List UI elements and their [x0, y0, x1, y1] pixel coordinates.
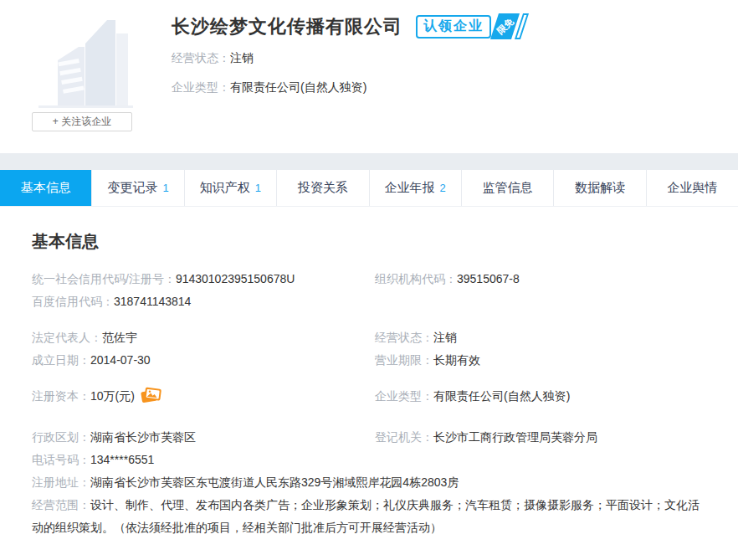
field-label: 法定代表人： — [32, 331, 102, 344]
field-label: 统一社会信用代码/注册号： — [32, 272, 176, 285]
tab-label: 企业年报 — [385, 180, 435, 196]
field-value: 长沙市工商行政管理局芙蓉分局 — [433, 430, 597, 444]
type-value: 有限责任公司(自然人独资) — [230, 80, 366, 94]
field-value: 注销 — [433, 331, 457, 344]
field-label: 注册地址： — [32, 475, 90, 489]
field-label: 成立日期： — [32, 353, 90, 367]
tab-public-opinion[interactable]: 企业舆情 — [646, 170, 738, 206]
field-value: 长期有效 — [433, 353, 480, 367]
field-value: 134****6551 — [90, 453, 154, 466]
field-value: 10万(元) — [90, 389, 135, 403]
company-header: + 关注该企业 长沙绘梦文化传播有限公司 认领企业 限免 经营状态：注销 企业类… — [0, 0, 738, 153]
field-label: 营业期限： — [375, 353, 433, 367]
field-value: 湖南省长沙市芙蓉区 — [90, 430, 196, 444]
info-row: 电话号码：134****6551 — [32, 449, 706, 471]
tab-annual-reports[interactable]: 企业年报 2 — [369, 170, 461, 206]
tab-data-interpretation[interactable]: 数据解读 — [553, 170, 645, 206]
field-label: 登记机关： — [375, 430, 433, 444]
field-value: 39515067-8 — [457, 272, 520, 285]
info-group-registration: 行政区划：湖南省长沙市芙蓉区 登记机关：长沙市工商行政管理局芙蓉分局 电话号码：… — [32, 426, 706, 539]
tab-bar: 基本信息 变更记录 1 知识产权 1 投资关系 企业年报 2 监管信息 数据解读… — [0, 170, 738, 207]
status-label: 经营状态： — [172, 51, 230, 64]
info-row: 行政区划：湖南省长沙市芙蓉区 登记机关：长沙市工商行政管理局芙蓉分局 — [32, 426, 706, 449]
header-status-row: 经营状态：注销 — [172, 47, 525, 69]
info-group-capital: 注册资本：10万(元) 企业类型：有限责任公司(自然人独资) — [32, 385, 706, 413]
info-row: 百度信用代码：318741143814 — [32, 290, 706, 313]
field-label: 经营范围： — [32, 498, 90, 511]
info-row: 注册资本：10万(元) 企业类型：有限责任公司(自然人独资) — [32, 385, 706, 413]
info-row: 统一社会信用代码/注册号：91430102395150678U 组织机构代码：3… — [32, 268, 706, 290]
tab-label: 基本信息 — [21, 180, 71, 196]
tab-label: 数据解读 — [575, 180, 625, 196]
info-row: 成立日期：2014-07-30 营业期限：长期有效 — [32, 349, 706, 372]
tab-label: 企业舆情 — [667, 180, 717, 196]
tab-label: 知识产权 — [200, 180, 250, 196]
tab-investment-relations[interactable]: 投资关系 — [276, 170, 368, 206]
field-value: 设计、制作、代理、发布国内各类广告；企业形象策划；礼仪庆典服务；汽车租赁；摄像摄… — [32, 498, 700, 534]
info-group-codes: 统一社会信用代码/注册号：91430102395150678U 组织机构代码：3… — [32, 268, 706, 313]
company-summary: 长沙绘梦文化传播有限公司 认领企业 限免 经营状态：注销 企业类型：有限责任公司… — [172, 13, 525, 98]
field-value: 91430102395150678U — [176, 272, 295, 285]
field-label: 企业类型： — [375, 389, 433, 403]
field-value: 2014-07-30 — [90, 353, 151, 367]
claim-badge-label: 认领企业 — [416, 15, 491, 39]
type-label: 企业类型： — [172, 80, 230, 94]
building-icon — [33, 8, 138, 113]
tab-count: 2 — [440, 182, 446, 194]
company-name: 长沙绘梦文化传播有限公司 — [172, 14, 402, 39]
claim-company-badge[interactable]: 认领企业 限免 — [416, 13, 525, 39]
company-logo — [33, 8, 138, 113]
field-value: 有限责任公司(自然人独资) — [433, 389, 570, 403]
header-type-row: 企业类型：有限责任公司(自然人独资) — [172, 76, 525, 98]
tab-label: 监管信息 — [483, 180, 533, 196]
status-value: 注销 — [230, 51, 254, 64]
tab-intellectual-property[interactable]: 知识产权 1 — [184, 170, 276, 206]
tab-label: 投资关系 — [298, 180, 348, 196]
registered-address-row: 注册地址：湖南省长沙市芙蓉区东屯渡街道人民东路329号湘域熙岸花园4栋2803房 — [32, 471, 706, 494]
field-label: 经营状态： — [375, 331, 433, 344]
business-scope-row: 经营范围：设计、制作、代理、发布国内各类广告；企业形象策划；礼仪庆典服务；汽车租… — [32, 494, 706, 539]
tab-change-records[interactable]: 变更记录 1 — [91, 170, 183, 206]
info-row: 法定代表人：范佐宇 经营状态：注销 — [32, 326, 706, 349]
field-value: 318741143814 — [114, 295, 191, 308]
field-label: 组织机构代码： — [375, 272, 457, 285]
info-group-legal: 法定代表人：范佐宇 经营状态：注销 成立日期：2014-07-30 营业期限：长… — [32, 326, 706, 372]
tab-label: 变更记录 — [107, 180, 157, 196]
section-title: 基本信息 — [32, 230, 706, 253]
field-label: 注册资本： — [32, 389, 90, 403]
tab-basic-info[interactable]: 基本信息 — [0, 170, 91, 206]
tab-count: 1 — [162, 182, 168, 194]
photo-icon[interactable] — [140, 387, 161, 413]
claim-badge-tag: 限免 — [494, 16, 515, 38]
tab-count: 1 — [255, 182, 261, 194]
field-label: 百度信用代码： — [32, 295, 114, 308]
field-value: 范佐宇 — [102, 331, 137, 344]
field-label: 行政区划： — [32, 430, 90, 444]
field-value: 湖南省长沙市芙蓉区东屯渡街道人民东路329号湘域熙岸花园4栋2803房 — [90, 475, 459, 489]
basic-info-panel: 基本信息 统一社会信用代码/注册号：91430102395150678U 组织机… — [0, 230, 738, 539]
field-label: 电话号码： — [32, 453, 90, 466]
tab-supervision-info[interactable]: 监管信息 — [461, 170, 553, 206]
follow-company-button[interactable]: + 关注该企业 — [32, 112, 132, 131]
divider-band — [0, 153, 738, 170]
